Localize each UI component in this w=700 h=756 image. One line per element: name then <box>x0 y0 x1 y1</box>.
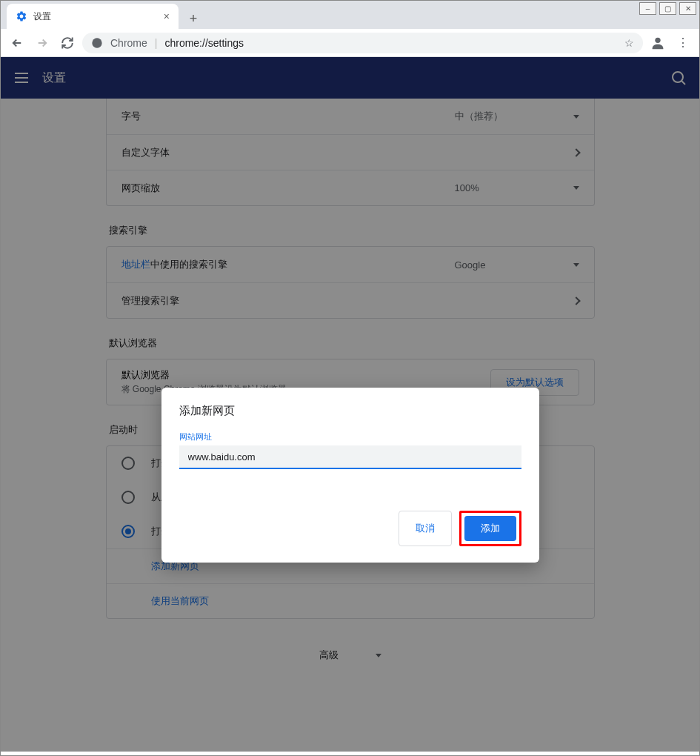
gear-icon <box>16 10 27 22</box>
add-page-dialog: 添加新网页 网站网址 取消 添加 <box>161 388 539 563</box>
svg-point-1 <box>655 37 660 42</box>
chrome-icon <box>91 37 103 49</box>
back-button[interactable] <box>7 33 27 53</box>
address-bar[interactable]: Chrome | chrome://settings ☆ <box>82 33 643 53</box>
forward-button[interactable] <box>32 33 53 53</box>
dialog-title: 添加新网页 <box>179 404 521 418</box>
cancel-button[interactable]: 取消 <box>399 511 452 546</box>
url-input[interactable] <box>179 445 521 469</box>
toolbar: Chrome | chrome://settings ☆ ⋮ <box>1 29 699 57</box>
add-button[interactable]: 添加 <box>464 516 516 541</box>
profile-icon[interactable] <box>647 33 668 53</box>
url-field-label: 网站网址 <box>179 431 521 442</box>
menu-icon[interactable]: ⋮ <box>673 33 693 53</box>
tab-strip: 设置 × + <box>1 1 699 29</box>
highlight-annotation: 添加 <box>459 511 521 546</box>
svg-point-0 <box>92 38 101 47</box>
reload-button[interactable] <box>57 33 78 53</box>
new-tab-button[interactable]: + <box>183 8 204 29</box>
address-origin: Chrome <box>110 37 147 49</box>
window-minimize[interactable]: – <box>639 2 656 15</box>
close-icon[interactable]: × <box>164 10 170 22</box>
browser-tab[interactable]: 设置 × <box>7 4 179 29</box>
window-maximize[interactable]: ▢ <box>659 2 676 15</box>
tab-title: 设置 <box>33 10 158 23</box>
star-icon[interactable]: ☆ <box>624 37 634 49</box>
address-path: chrome://settings <box>164 37 244 49</box>
window-close[interactable]: ✕ <box>679 2 696 15</box>
